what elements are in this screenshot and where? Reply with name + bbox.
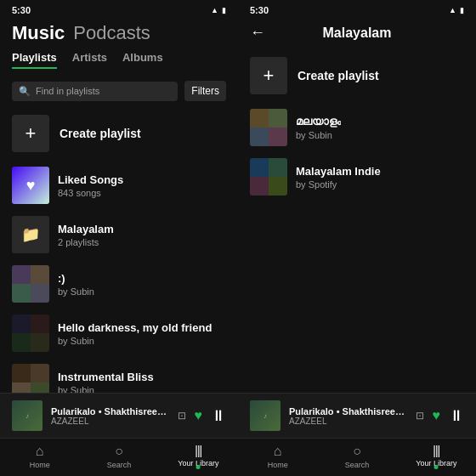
search-placeholder: Find in playlists [36,86,99,96]
wifi-icon: ▲ [449,6,456,14]
right-nav-search[interactable]: ○ Search [336,444,378,469]
list-item[interactable]: മലയാളം by Subin [238,103,476,152]
instrumental-thumb [12,364,49,393]
instrumental-info: Instrumental Bliss by Subin [58,371,154,394]
search-nav-icon: ○ [115,444,123,459]
item-name: Hello darkness, my old friend [58,321,212,334]
liked-songs-thumb [12,167,49,204]
tab-playlists[interactable]: Playlists [12,51,57,69]
list-item[interactable]: Hello darkness, my old friend by Subin [0,309,238,358]
right-now-playing-title: Pularikalo • Shakthisree Gopalan [289,406,407,416]
item-sub: 2 playlists [58,237,114,247]
right-status-time: 5:30 [250,5,269,15]
right-library-label: Your Library [416,459,456,468]
smiley-thumb [12,265,49,303]
right-now-playing-artist: AZAZEEL [289,416,407,426]
back-button[interactable]: ← [250,24,265,42]
now-playing-title: Pularikalo • Shakthisree Gopalan [51,406,169,416]
library-icon: ||| [195,444,201,457]
right-library-icon: ||| [433,444,439,457]
tab-albums[interactable]: Albums [122,51,163,69]
left-status-time: 5:30 [12,5,31,15]
right-home-icon: ⌂ [274,444,282,459]
now-playing-info: Pularikalo • Shakthisree Gopalan AZAZEEL [51,406,169,426]
library-label: Your Library [178,459,218,468]
music-title: Music [12,22,65,44]
search-label: Search [107,461,132,469]
title-row: Music Podcasts [12,22,226,44]
battery-icon: ▮ [222,6,226,14]
right-now-playing-controls: ⊡ ♥ ⏸ [416,407,465,425]
left-now-playing: ♪ Pularikalo • Shakthisree Gopalan AZAZE… [0,393,238,438]
right-search-label: Search [345,461,370,469]
right-create-playlist-label: Create playlist [298,69,379,82]
right-cast-icon[interactable]: ⊡ [416,410,424,422]
malayalam-folder-thumb [12,216,49,253]
item-sub: 843 songs [58,188,123,198]
item-name: Instrumental Bliss [58,371,154,383]
podcasts-title: Podcasts [73,22,150,44]
tabs-row: Playlists Artists Albums [12,51,226,69]
home-label: Home [30,461,50,469]
left-status-bar: 5:30 ▲ ▮ [0,0,238,19]
right-status-bar: 5:30 ▲ ▮ [238,0,476,19]
right-nav-home[interactable]: ⌂ Home [257,444,299,469]
item-sub: by Subin [296,130,341,140]
now-playing-thumb: ♪ [12,400,42,431]
right-plus-icon: + [250,57,287,94]
list-item[interactable]: Malayalam 2 playlists [0,210,238,259]
darkness-thumb [12,314,49,352]
left-status-icons: ▲ ▮ [211,6,226,14]
search-input-wrap[interactable]: 🔍 Find in playlists [12,82,178,101]
right-now-playing: ♪ Pularikalo • Shakthisree Gopalan AZAZE… [238,393,476,438]
list-item[interactable]: :) by Subin [0,259,238,309]
right-bottom-nav: ⌂ Home ○ Search ||| Your Library [238,438,476,476]
filters-button[interactable]: Filters [184,81,226,101]
right-now-playing-info: Pularikalo • Shakthisree Gopalan AZAZEEL [289,406,407,426]
nav-library[interactable]: ||| Your Library [177,444,219,469]
tab-artists[interactable]: Artists [72,51,107,69]
darkness-info: Hello darkness, my old friend by Subin [58,321,212,346]
right-pause-icon[interactable]: ⏸ [449,407,464,425]
right-search-nav-icon: ○ [353,444,361,459]
list-item[interactable]: Liked Songs 843 songs [0,161,238,210]
smiley-info: :) by Subin [58,272,94,297]
right-heart-icon[interactable]: ♥ [433,408,441,423]
now-playing-controls: ⊡ ♥ ⏸ [178,407,227,425]
left-bottom-nav: ⌂ Home ○ Search ||| Your Library [0,438,238,476]
search-row: 🔍 Find in playlists Filters [0,76,238,106]
malayalam-folder-info: Malayalam 2 playlists [58,223,114,247]
right-panel-title: Malayalam [274,26,440,41]
malayalam-thumb [250,109,287,146]
right-nav-library[interactable]: ||| Your Library [415,444,457,469]
battery-icon: ▮ [460,6,464,14]
item-name: Liked Songs [58,173,123,186]
left-panel: 5:30 ▲ ▮ Music Podcasts Playlists Artist… [0,0,238,476]
liked-songs-info: Liked Songs 843 songs [58,173,123,198]
malayalam-indie-info: Malayalam Indie by Spotify [296,165,381,190]
item-sub: by Spotify [296,179,381,190]
item-name: Malayalam [58,223,114,235]
heart-icon[interactable]: ♥ [195,408,203,423]
right-create-playlist-row[interactable]: + Create playlist [238,48,476,103]
left-header: Music Podcasts Playlists Artists Albums [0,19,238,76]
list-item[interactable]: Malayalam Indie by Spotify [238,152,476,201]
create-playlist-row[interactable]: + Create playlist [0,106,238,161]
pause-icon[interactable]: ⏸ [211,407,226,425]
item-sub: by Subin [58,385,154,394]
right-home-label: Home [268,461,288,469]
wifi-icon: ▲ [211,6,218,14]
list-item[interactable]: Instrumental Bliss by Subin [0,358,238,393]
right-list-area: + Create playlist മലയാളം by Subin [238,48,476,393]
item-name: :) [58,272,94,285]
left-list-area: + Create playlist Liked Songs 843 songs … [0,106,238,393]
now-playing-artist: AZAZEEL [51,416,169,426]
cast-icon[interactable]: ⊡ [178,410,186,422]
right-panel: 5:30 ▲ ▮ ← Malayalam + Create playlist മ… [238,0,476,476]
nav-search[interactable]: ○ Search [98,444,140,469]
nav-home[interactable]: ⌂ Home [19,444,61,469]
search-icon: 🔍 [19,86,31,97]
home-icon: ⌂ [36,444,44,459]
right-header: ← Malayalam [238,19,476,48]
item-name: Malayalam Indie [296,165,381,178]
